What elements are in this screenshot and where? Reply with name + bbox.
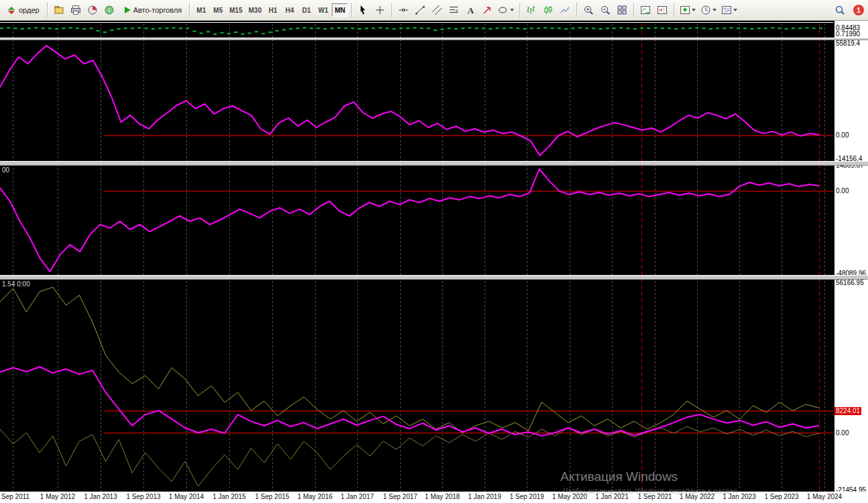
axis-label: 0.00 (836, 131, 849, 139)
timeframe-w1-button[interactable]: W1 (315, 3, 331, 17)
date-label: 1 May 2014 (169, 493, 204, 500)
date-label: 1 Sep 2023 (764, 493, 798, 500)
price-level-badge: 8224.01 (834, 407, 861, 415)
svg-text:F: F (456, 9, 458, 13)
toolbar-separator (47, 3, 48, 17)
toolbar-separator (519, 3, 520, 17)
search-button[interactable] (832, 2, 848, 18)
print-icon (70, 5, 81, 15)
date-label: 1 May 2024 (807, 493, 842, 500)
chevron-down-icon (510, 9, 514, 11)
date-label: 1 May 2022 (680, 493, 715, 500)
indicators-button[interactable] (678, 2, 698, 18)
bars-chart-icon (526, 5, 537, 15)
navigator-button[interactable] (101, 2, 117, 18)
horizontal-line-tool-button[interactable] (395, 2, 412, 18)
autotrading-play-icon (125, 7, 131, 13)
svg-text:A: A (468, 5, 475, 15)
timeframe-m5-button[interactable]: M5 (210, 3, 226, 17)
time-axis[interactable]: Sep 20111 May 20121 Jan 20131 Sep 20131 … (0, 492, 868, 503)
new-order-button[interactable]: ордер (3, 2, 44, 18)
zoom-in-icon (583, 5, 594, 15)
candles-chart-button[interactable] (540, 2, 556, 18)
autoscroll-icon (640, 5, 651, 15)
shapes-tool-button[interactable] (496, 2, 516, 18)
axis-label: 56166.95 (836, 279, 864, 287)
metatrader-window: ордер (0, 0, 868, 503)
horizontal-line-icon (398, 5, 409, 15)
timeframe-m1-button[interactable]: M1 (193, 3, 209, 17)
date-label: 1 Jan 2015 (212, 493, 246, 500)
new-order-icon (7, 5, 16, 15)
cursor-icon (358, 5, 369, 15)
history-icon (54, 5, 64, 15)
line-chart-button[interactable] (557, 2, 573, 18)
timeframe-h4-button[interactable]: H4 (282, 3, 298, 17)
timeframe-h1-button[interactable]: H1 (265, 3, 281, 17)
arrow-tool-button[interactable] (479, 2, 495, 18)
date-label: 1 May 2018 (425, 493, 460, 500)
toolbar-separator (674, 3, 674, 17)
chart-shift-icon (657, 5, 668, 15)
timeframe-m30-button[interactable]: M30 (246, 3, 264, 17)
indicators-plus-icon (680, 5, 690, 15)
axis-label: 55819.4 (836, 40, 860, 48)
bars-chart-button[interactable] (523, 2, 540, 18)
date-label: 1 Sep 2015 (255, 493, 289, 500)
timeframe-m15-button[interactable]: M15 (227, 3, 245, 17)
autotrading-button[interactable]: Авто-торговля (121, 2, 186, 18)
toolbar-right-group: 1 (832, 2, 865, 18)
chart-area[interactable]: 0.844830.7199055819.40.00-14156.414805.6… (0, 21, 868, 492)
trendline-icon (415, 5, 426, 15)
date-label: Sep 2011 (1, 493, 29, 500)
date-label: 1 Jan 2013 (84, 493, 117, 500)
data-window-button[interactable] (84, 2, 101, 18)
tile-windows-button[interactable] (614, 2, 630, 18)
new-order-label: ордер (19, 6, 40, 14)
toolbar-separator (633, 3, 634, 17)
date-label: 1 Sep 2021 (637, 493, 672, 500)
toolbar-separator (351, 3, 352, 17)
chevron-down-icon (692, 9, 696, 11)
toolbar-separator (576, 3, 577, 17)
date-label: 1 Sep 2017 (383, 493, 417, 500)
panel-separator[interactable] (0, 38, 868, 40)
date-label: 1 Sep 2013 (126, 493, 160, 500)
channel-tool-button[interactable] (429, 2, 445, 18)
notification-badge[interactable]: 1 (853, 5, 864, 15)
date-label: 1 May 2020 (552, 493, 587, 500)
tile-windows-icon (617, 5, 627, 15)
crosshair-button[interactable] (372, 2, 388, 18)
panel-separator[interactable] (0, 161, 868, 166)
panel-separator[interactable] (0, 275, 868, 280)
timeframe-mn-button[interactable]: MN (332, 3, 348, 17)
zoom-out-icon (600, 5, 611, 15)
panel-label: 1.54 0:00 (2, 280, 30, 288)
chart-canvas[interactable] (0, 21, 868, 492)
trendline-tool-button[interactable] (412, 2, 428, 18)
autoscroll-button[interactable] (637, 2, 654, 18)
crosshair-icon (375, 5, 385, 15)
periods-button[interactable] (698, 2, 719, 18)
templates-button[interactable] (719, 2, 739, 18)
axis-label: 0.00 (836, 429, 849, 437)
date-label: 1 May 2012 (40, 493, 75, 500)
zoom-in-button[interactable] (580, 2, 597, 18)
timeframe-toolbar: M1M5M15M30H1H4D1W1MN (193, 3, 348, 17)
price-scale[interactable]: 0.844830.7199055819.40.00-14156.414805.6… (834, 21, 868, 492)
text-tool-button[interactable]: A (462, 2, 479, 18)
cursor-button[interactable] (355, 2, 371, 18)
history-button[interactable] (51, 2, 67, 18)
date-label: 1 May 2016 (298, 493, 332, 500)
toolbar: ордер (0, 0, 868, 21)
timeframe-d1-button[interactable]: D1 (298, 3, 314, 17)
date-label: 1 Jan 2021 (595, 493, 629, 500)
fibonacci-icon: F (448, 5, 459, 15)
date-label: 1 Jan 2017 (340, 493, 374, 500)
date-label: 1 Jan 2023 (723, 493, 756, 500)
fibonacci-tool-button[interactable]: F (446, 2, 462, 18)
print-button[interactable] (68, 2, 84, 18)
zoom-out-button[interactable] (597, 2, 613, 18)
toolbar-separator (189, 3, 190, 17)
chart-shift-button[interactable] (654, 2, 670, 18)
